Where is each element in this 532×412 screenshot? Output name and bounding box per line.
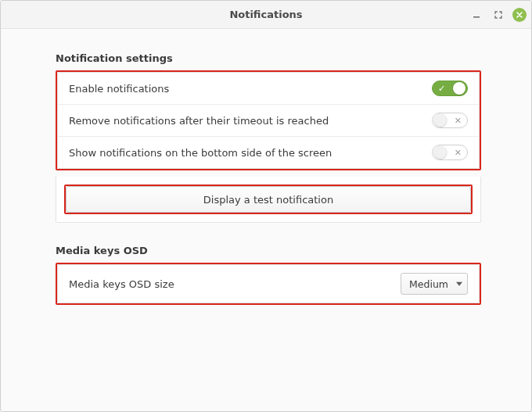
label-show-bottom: Show notifications on the bottom side of…	[69, 147, 332, 159]
section-heading-notification: Notification settings	[1, 52, 531, 70]
label-osd-size: Media keys OSD size	[69, 278, 174, 290]
toggle-knob	[434, 146, 447, 159]
window-title: Notifications	[229, 9, 302, 20]
osd-size-selected-value: Medium	[409, 278, 448, 290]
media-keys-osd-section: Media keys OSD Media keys OSD size Mediu…	[1, 245, 531, 305]
osd-size-select[interactable]: Medium	[401, 273, 468, 295]
toggle-remove-after-timeout[interactable]: ✕	[432, 113, 468, 128]
row-show-bottom: Show notifications on the bottom side of…	[58, 136, 479, 168]
content-area: Notification settings Enable notificatio…	[1, 29, 531, 305]
maximize-button[interactable]	[491, 7, 506, 23]
cross-icon: ✕	[455, 114, 462, 127]
svg-rect-0	[473, 16, 480, 18]
label-remove-after-timeout: Remove notifications after their timeout…	[69, 115, 329, 127]
notification-settings-list: Enable notifications ✓ Remove notificati…	[57, 72, 480, 169]
row-remove-after-timeout: Remove notifications after their timeout…	[58, 104, 479, 136]
osd-list: Media keys OSD size Medium	[57, 264, 480, 303]
toggle-enable-notifications[interactable]: ✓	[432, 81, 468, 96]
cross-icon: ✕	[455, 146, 462, 159]
section-heading-osd: Media keys OSD	[1, 245, 531, 263]
toggle-show-bottom[interactable]: ✕	[432, 145, 468, 160]
row-enable-notifications: Enable notifications ✓	[58, 73, 479, 104]
highlight-notification-toggles: Enable notifications ✓ Remove notificati…	[56, 70, 481, 170]
check-icon: ✓	[438, 83, 445, 95]
highlight-osd-row: Media keys OSD size Medium	[56, 263, 481, 305]
display-test-notification-button[interactable]: Display a test notification	[66, 186, 471, 213]
minimize-button[interactable]	[469, 7, 484, 23]
highlight-test-button: Display a test notification	[64, 185, 473, 214]
notifications-window: Notifications Notification settings	[0, 0, 532, 412]
notification-settings-section: Notification settings Enable notificatio…	[1, 52, 531, 223]
window-controls	[469, 1, 527, 29]
test-notification-area: Display a test notification	[56, 177, 481, 223]
toggle-knob	[453, 82, 466, 95]
row-osd-size: Media keys OSD size Medium	[58, 265, 479, 303]
chevron-down-icon	[456, 282, 462, 286]
toggle-knob	[434, 114, 447, 127]
titlebar: Notifications	[1, 1, 531, 29]
label-enable-notifications: Enable notifications	[69, 83, 169, 95]
close-button[interactable]	[512, 8, 527, 22]
